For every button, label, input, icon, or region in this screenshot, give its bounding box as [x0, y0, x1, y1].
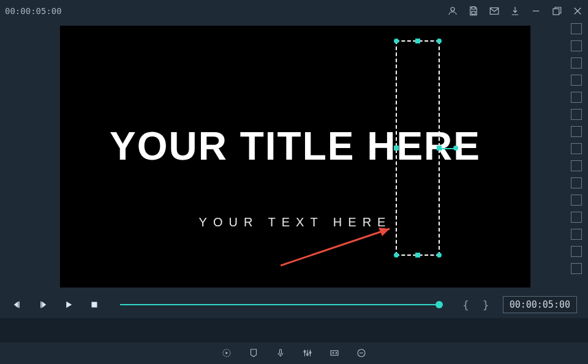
voiceover-icon[interactable]	[274, 347, 287, 359]
svg-rect-2	[472, 12, 475, 15]
marker-icon[interactable]	[247, 347, 260, 359]
resize-handle-bl[interactable]	[394, 253, 399, 258]
resize-handle-bm[interactable]	[415, 253, 420, 258]
close-icon[interactable]	[572, 6, 583, 17]
thumbnail-item[interactable]	[571, 229, 582, 240]
timecode-top: 00:00:05:00	[5, 6, 62, 16]
timecode-display[interactable]: 00:00:05:00	[503, 296, 577, 313]
svg-marker-14	[66, 302, 72, 308]
thumbnail-item[interactable]	[571, 75, 582, 86]
selection-box[interactable]	[396, 40, 440, 256]
svg-line-8	[281, 229, 390, 266]
save-icon[interactable]	[468, 6, 479, 17]
thumbnail-item[interactable]	[571, 212, 582, 223]
bottom-toolbar	[0, 342, 588, 364]
timeline-slider[interactable]	[120, 299, 443, 311]
thumbnail-item[interactable]	[571, 92, 582, 103]
thumbnail-item[interactable]	[571, 177, 582, 188]
thumbnail-item[interactable]	[571, 143, 582, 154]
resize-handle-tr[interactable]	[437, 39, 442, 43]
thumbnail-item[interactable]	[571, 263, 582, 274]
zoom-fit-icon[interactable]	[328, 347, 341, 359]
thumbnail-item[interactable]	[571, 195, 582, 206]
svg-marker-10	[14, 302, 18, 308]
svg-rect-3	[490, 8, 499, 15]
slider-thumb[interactable]	[435, 301, 443, 308]
svg-rect-1	[472, 7, 475, 9]
mail-icon[interactable]	[489, 6, 500, 17]
next-frame-button[interactable]	[37, 299, 49, 311]
mark-out-button[interactable]: }	[483, 299, 489, 311]
svg-point-0	[451, 7, 454, 11]
thumbnail-item[interactable]	[571, 160, 582, 171]
mark-in-button[interactable]: {	[462, 299, 469, 311]
maximize-icon[interactable]	[551, 6, 562, 17]
account-icon[interactable]	[447, 6, 458, 17]
subtitle-text[interactable]: YOUR TEXT HERE	[199, 215, 392, 229]
svg-rect-11	[18, 302, 20, 308]
minimize-icon[interactable]	[530, 6, 541, 17]
slider-track	[120, 304, 443, 305]
thumbnail-item[interactable]	[571, 40, 582, 51]
thumbnail-strip	[571, 23, 584, 291]
mixer-icon[interactable]	[301, 347, 314, 359]
resize-handle-tl[interactable]	[394, 39, 399, 43]
stop-button[interactable]	[88, 299, 100, 311]
svg-rect-12	[40, 302, 42, 308]
playback-controls: { } 00:00:05:00	[0, 292, 588, 317]
rotate-handle[interactable]	[453, 146, 458, 150]
svg-marker-13	[42, 302, 47, 308]
play-button[interactable]	[62, 299, 75, 311]
thumbnail-item[interactable]	[571, 109, 582, 120]
svg-rect-18	[280, 349, 282, 354]
window-controls	[447, 6, 583, 17]
resize-handle-tm[interactable]	[415, 39, 420, 43]
resize-handle-br[interactable]	[437, 253, 442, 258]
zoom-out-icon[interactable]	[355, 347, 368, 359]
svg-marker-17	[226, 352, 228, 355]
svg-rect-5	[553, 9, 559, 15]
resize-handle-ml[interactable]	[394, 146, 399, 150]
rotate-line	[441, 148, 453, 149]
download-icon[interactable]	[510, 6, 521, 17]
timeline-area	[0, 318, 588, 343]
thumbnail-item[interactable]	[571, 58, 582, 69]
render-icon[interactable]	[221, 347, 233, 359]
thumbnail-item[interactable]	[571, 126, 582, 137]
topbar: 00:00:05:00	[0, 0, 588, 22]
svg-rect-15	[92, 302, 97, 308]
thumbnail-item[interactable]	[571, 23, 582, 34]
preview-canvas[interactable]: YOUR TITLE HERE YOUR TEXT HERE	[60, 26, 530, 288]
thumbnail-item[interactable]	[571, 246, 582, 257]
prev-frame-button[interactable]	[11, 299, 23, 311]
